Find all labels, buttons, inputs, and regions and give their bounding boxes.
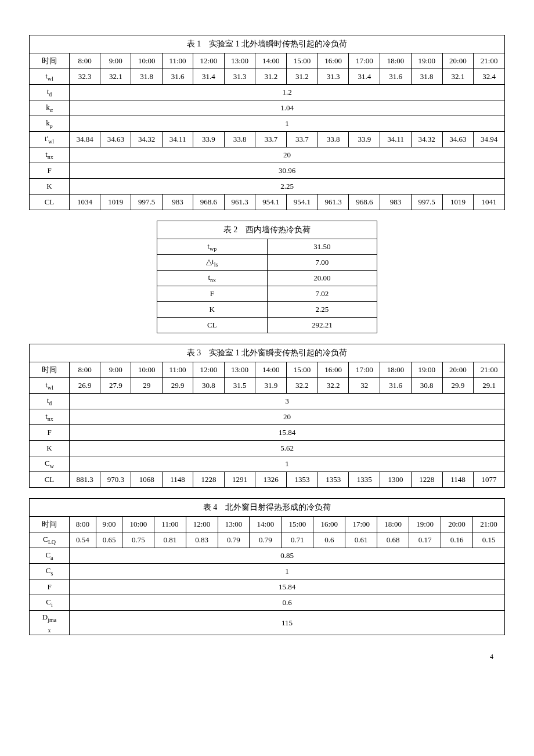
row-value: 1: [70, 456, 505, 472]
cell-value: 968.6: [193, 195, 225, 210]
row-value: 292.21: [267, 318, 377, 333]
column-header: 21:00: [474, 362, 505, 378]
cell-value: 27.9: [100, 378, 131, 394]
row-label: Ca: [30, 548, 70, 564]
table-4: 表 4 北外窗日射得热形成的冷负荷 时间8:009:0010:0011:0012…: [29, 498, 505, 635]
column-header: 13:00: [224, 53, 255, 69]
row-value: 15.84: [70, 425, 505, 441]
row-label: CL: [30, 472, 70, 488]
column-header: 10:00: [122, 517, 154, 532]
page-number: 4: [29, 653, 505, 661]
cell-value: 34.32: [411, 132, 442, 147]
table-row: td1.2: [30, 85, 505, 100]
row-label: F: [30, 579, 70, 595]
cell-value: 0.68: [377, 532, 409, 548]
cell-value: 0.79: [250, 532, 282, 548]
cell-value: 33.7: [287, 132, 318, 147]
cell-value: 34.63: [442, 132, 474, 147]
row-label: CLQ: [30, 532, 70, 548]
row-label: tnx: [30, 409, 70, 425]
row-label: t'wl: [30, 132, 70, 147]
row-value: 20.00: [267, 271, 377, 286]
cell-value: 33.9: [349, 132, 380, 147]
cell-value: 31.6: [163, 69, 193, 85]
row-value: 5.62: [70, 441, 505, 456]
column-header: 16:00: [317, 362, 349, 378]
cell-value: 1300: [380, 472, 412, 488]
row-value: 115: [70, 611, 505, 635]
row-value: 7.00: [267, 255, 377, 271]
column-header: 9:00: [100, 53, 131, 69]
column-header: 时间: [30, 362, 70, 378]
cell-value: 1326: [255, 472, 287, 488]
table-row: K5.62: [30, 441, 505, 456]
row-label: td: [30, 85, 70, 100]
column-header: 21:00: [474, 53, 505, 69]
row-label: Cw: [30, 456, 70, 472]
table-row: twp31.50: [157, 239, 377, 255]
table-row: CL881.3970.31068114812281291132613531353…: [30, 472, 505, 488]
cell-value: 0.15: [473, 532, 505, 548]
row-label: kρ: [30, 116, 70, 132]
cell-value: 0.75: [122, 532, 154, 548]
table-row: Ci0.6: [30, 595, 505, 611]
cell-value: 1068: [131, 472, 163, 488]
table-row: CLQ0.540.650.750.810.830.790.790.710.60.…: [30, 532, 505, 548]
row-label: F: [157, 286, 268, 302]
column-header: 15:00: [287, 53, 318, 69]
cell-value: 1148: [442, 472, 474, 488]
cell-value: 31.3: [317, 69, 349, 85]
cell-value: 31.2: [255, 69, 287, 85]
column-header: 16:00: [317, 53, 349, 69]
table-row: t'wl34.8434.6334.3234.1133.933.833.733.7…: [30, 132, 505, 147]
cell-value: 33.9: [193, 132, 225, 147]
cell-value: 32.2: [317, 378, 349, 394]
column-header: 15:00: [282, 517, 313, 532]
cell-value: 29.9: [163, 378, 193, 394]
column-header: 9:00: [96, 517, 122, 532]
cell-value: 0.71: [282, 532, 313, 548]
row-label: Cs: [30, 564, 70, 579]
column-header: 12:00: [186, 517, 218, 532]
row-label: twl: [30, 378, 70, 394]
cell-value: 31.3: [224, 69, 255, 85]
table-row: kα1.04: [30, 100, 505, 116]
column-header: 17:00: [349, 53, 380, 69]
row-label: kα: [30, 100, 70, 116]
row-value: 20: [70, 409, 505, 425]
row-label: twp: [157, 239, 268, 255]
cell-value: 32.3: [70, 69, 100, 85]
cell-value: 1041: [474, 195, 505, 210]
row-value: 15.84: [70, 579, 505, 595]
cell-value: 961.3: [224, 195, 255, 210]
row-value: 2.25: [267, 302, 377, 318]
cell-value: 1019: [442, 195, 474, 210]
column-header: 12:00: [193, 53, 225, 69]
column-header: 18:00: [380, 362, 412, 378]
cell-value: 997.5: [131, 195, 163, 210]
column-header: 13:00: [218, 517, 250, 532]
cell-value: 954.1: [287, 195, 318, 210]
table-row: tnx20.00: [157, 271, 377, 286]
cell-value: 34.32: [131, 132, 163, 147]
cell-value: 34.63: [100, 132, 131, 147]
cell-value: 0.83: [186, 532, 218, 548]
cell-value: 33.8: [317, 132, 349, 147]
column-header: 14:00: [255, 53, 287, 69]
table-row: F7.02: [157, 286, 377, 302]
table-row: tnx20: [30, 147, 505, 163]
cell-value: 31.6: [380, 69, 412, 85]
row-label: td: [30, 394, 70, 409]
cell-value: 29: [131, 378, 163, 394]
cell-value: 968.6: [349, 195, 380, 210]
cell-value: 34.11: [163, 132, 193, 147]
column-header: 20:00: [441, 517, 473, 532]
cell-value: 31.4: [193, 69, 225, 85]
column-header: 18:00: [377, 517, 409, 532]
row-label: tnx: [30, 147, 70, 163]
cell-value: 31.8: [411, 69, 442, 85]
row-value: 3: [70, 394, 505, 409]
table-row: F15.84: [30, 425, 505, 441]
row-label: Ci: [30, 595, 70, 611]
table-2-title: 表 2 西内墙传热冷负荷: [157, 221, 377, 239]
